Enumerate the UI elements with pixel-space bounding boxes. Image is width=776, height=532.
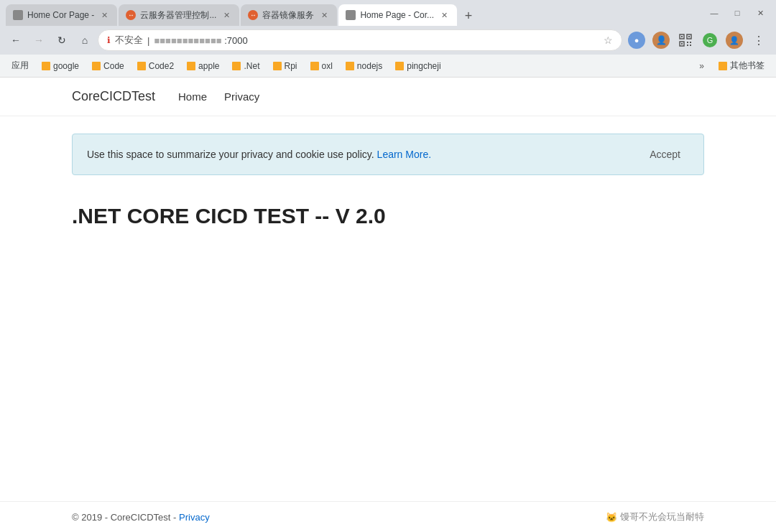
cookie-banner: Use this space to summarize your privacy…: [72, 134, 704, 175]
page-content: CoreCICDTest Home Privacy Use this space…: [0, 78, 776, 532]
tab-1[interactable]: Home Cor Page - ✕: [6, 4, 117, 26]
title-bar: Home Cor Page - ✕ ↔ 云服务器管理控制... ✕ ↔ 容器镜像…: [0, 0, 776, 26]
home-button[interactable]: ⌂: [75, 30, 95, 50]
bookmark-rpi[interactable]: Rpi: [267, 58, 303, 74]
bookmark-pingcheji[interactable]: pingcheji: [389, 58, 446, 74]
folder-icon-2: [92, 62, 101, 70]
tab-1-favicon: [13, 10, 23, 20]
tab-4-close[interactable]: ✕: [438, 9, 450, 21]
tab-3[interactable]: ↔ 容器镜像服务 ✕: [241, 4, 337, 26]
bookmark-oxl[interactable]: oxl: [305, 58, 338, 74]
address-text[interactable]: ■■■■■■■■■■■■ :7000: [154, 35, 599, 46]
bookmark-apple[interactable]: apple: [181, 58, 225, 74]
folder-icon-9: [395, 62, 404, 70]
page-icon: [14, 11, 22, 19]
security-label: 不安全: [115, 34, 143, 47]
tab-1-close[interactable]: ✕: [98, 9, 110, 21]
rpi-bookmark-label: Rpi: [285, 61, 297, 71]
svg-rect-9: [690, 45, 691, 46]
cookie-accept-button[interactable]: Accept: [641, 144, 689, 164]
tab-1-label: Home Cor Page -: [27, 10, 94, 20]
other-bookmarks-button[interactable]: 其他书签: [713, 57, 770, 75]
browser-chrome: Home Cor Page - ✕ ↔ 云服务器管理控制... ✕ ↔ 容器镜像…: [0, 0, 776, 78]
separator: |: [147, 35, 149, 46]
bookmark-star-icon[interactable]: ☆: [604, 34, 613, 46]
dotnet-bookmark-label: .Net: [244, 61, 259, 71]
tab-4[interactable]: Home Page - Cor... ✕: [338, 4, 457, 26]
svg-rect-3: [688, 36, 690, 37]
tab-3-favicon: ↔: [248, 10, 258, 20]
svg-rect-6: [687, 42, 688, 43]
footer-watermark: 🐱 馒哥不光会玩当耐特: [606, 510, 704, 523]
folder-icon-7: [310, 62, 319, 70]
folder-icon-8: [346, 62, 354, 70]
url-visible-part: :7000: [224, 35, 248, 46]
nav-link-privacy[interactable]: Privacy: [224, 90, 259, 103]
footer-copyright: © 2019 - CoreCICDTest - Privacy: [72, 512, 210, 523]
forward-button[interactable]: →: [29, 30, 49, 50]
tab-3-label: 容器镜像服务: [262, 9, 314, 22]
maximize-button[interactable]: □: [727, 6, 747, 20]
bookmark-google[interactable]: google: [36, 58, 85, 74]
folder-icon-6: [273, 62, 282, 70]
extensions-icon[interactable]: G: [698, 29, 721, 52]
bookmark-dotnet[interactable]: .Net: [226, 58, 265, 74]
svg-rect-8: [687, 45, 688, 46]
reload-button[interactable]: ↻: [52, 30, 72, 50]
tab-2-favicon: ↔: [126, 10, 136, 20]
tab-3-close[interactable]: ✕: [318, 9, 330, 21]
site-brand: CoreCICDTest: [72, 89, 155, 104]
cookie-learn-more-link[interactable]: Learn More.: [377, 149, 431, 160]
site-footer: © 2019 - CoreCICDTest - Privacy 🐱 馒哥不光会玩…: [0, 501, 776, 532]
google-bookmark-label: google: [53, 61, 79, 71]
footer-privacy-link[interactable]: Privacy: [179, 512, 210, 523]
security-icon: ℹ: [107, 35, 111, 45]
back-button[interactable]: ←: [6, 30, 26, 50]
svg-rect-5: [681, 43, 683, 45]
bookmark-nodejs[interactable]: nodejs: [340, 58, 388, 74]
folder-icon-3: [137, 62, 146, 70]
other-bookmarks-label: 其他书签: [730, 60, 765, 72]
bookmarks-more-button[interactable]: »: [695, 58, 708, 74]
tab-2-label: 云服务器管理控制...: [140, 9, 216, 22]
nodejs-bookmark-label: nodejs: [357, 61, 382, 71]
url-hidden-part: ■■■■■■■■■■■■: [154, 35, 221, 46]
svg-rect-7: [690, 42, 691, 43]
address-input-wrap[interactable]: ℹ 不安全 | ■■■■■■■■■■■■ :7000 ☆: [98, 29, 622, 51]
menu-icon[interactable]: ⋮: [747, 29, 770, 52]
tab-4-label: Home Page - Cor...: [360, 10, 434, 20]
page-icon-active: [346, 11, 355, 19]
watermark-text: 馒哥不光会玩当耐特: [620, 510, 704, 523]
folder-icon-4: [187, 62, 195, 70]
tab-2-close[interactable]: ✕: [221, 9, 232, 21]
tabs-area: Home Cor Page - ✕ ↔ 云服务器管理控制... ✕ ↔ 容器镜像…: [6, 0, 698, 26]
folder-icon: [42, 62, 50, 70]
code2-bookmark-label: Code2: [149, 61, 174, 71]
pingcheji-bookmark-label: pingcheji: [407, 61, 440, 71]
bookmark-code[interactable]: Code: [86, 58, 130, 74]
site-nav: CoreCICDTest Home Privacy: [0, 78, 776, 116]
cookie-text: Use this space to summarize your privacy…: [87, 149, 431, 160]
apps-bookmark-label: 应用: [11, 60, 29, 72]
user-icon[interactable]: 👤: [650, 29, 673, 52]
bookmark-code2[interactable]: Code2: [131, 58, 180, 74]
code-bookmark-label: Code: [103, 61, 124, 71]
other-bookmarks-folder-icon: [719, 62, 727, 70]
nav-link-home[interactable]: Home: [178, 90, 207, 103]
window-controls: — □ ✕: [704, 6, 770, 20]
toolbar-icons: ● 👤: [625, 29, 770, 52]
bookmark-apps[interactable]: 应用: [6, 57, 34, 75]
minimize-button[interactable]: —: [704, 6, 724, 20]
tab-2[interactable]: ↔ 云服务器管理控制... ✕: [119, 4, 239, 26]
tab-4-favicon: [346, 10, 356, 20]
bookmarks-bar: 应用 google Code Code2 apple .Net Rpi oxl: [0, 55, 776, 78]
qr-icon[interactable]: [674, 29, 697, 52]
copyright-text: © 2019 - CoreCICDTest -: [72, 512, 176, 523]
close-button[interactable]: ✕: [750, 6, 770, 20]
cookie-message: Use this space to summarize your privacy…: [87, 149, 374, 160]
new-tab-button[interactable]: +: [458, 6, 479, 26]
profile-circle-icon[interactable]: 👤: [723, 29, 746, 52]
main-heading: .NET CORE CICD TEST -- V 2.0: [72, 204, 704, 228]
account-icon[interactable]: ●: [625, 29, 648, 52]
apple-bookmark-label: apple: [198, 61, 219, 71]
